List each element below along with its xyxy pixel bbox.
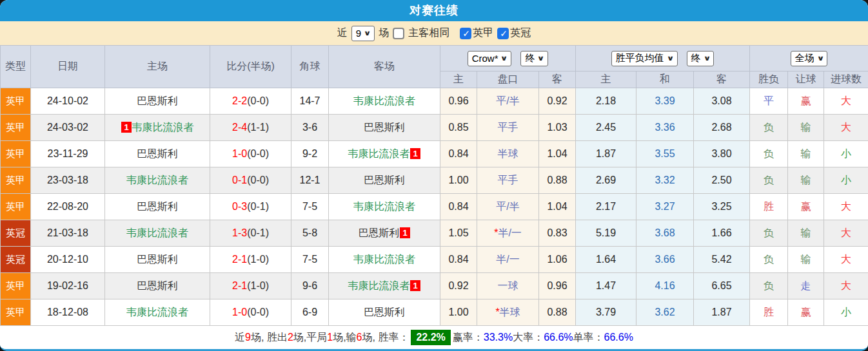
table-row: 英甲 18-12-08 韦康比流浪者 1-0(0-0) 6-9 巴恩斯利 1.0… bbox=[1, 299, 868, 326]
score-cell: 1-0(0-0) bbox=[210, 299, 291, 326]
avg-time-select[interactable]: 终 ∨ bbox=[687, 51, 715, 66]
avg-draw-odds: 3.36 bbox=[636, 115, 694, 141]
away-team: 巴恩斯利1 bbox=[329, 220, 440, 247]
avg-away-odds: 1.87 bbox=[694, 299, 750, 326]
score-cell: 0-1(0-0) bbox=[210, 167, 291, 194]
scope-select[interactable]: 全场 ∨ bbox=[791, 51, 828, 66]
home-team: 1韦康比流浪者 bbox=[105, 115, 210, 141]
odds-home: 1.00 bbox=[440, 167, 477, 194]
away-team: 韦康比流浪者1 bbox=[329, 141, 440, 167]
handicap-text: 平手 bbox=[498, 122, 518, 133]
col-header-type: 类型 bbox=[1, 46, 31, 88]
halftime-score: (0-1) bbox=[247, 201, 269, 212]
summary-text: 近 bbox=[235, 331, 245, 345]
halftime-score: (1-1) bbox=[247, 122, 269, 133]
corners-cell: 9-2 bbox=[291, 141, 329, 167]
recent-count-select[interactable]: 9 ∨ bbox=[351, 26, 375, 41]
chevron-down-icon: ∨ bbox=[364, 29, 371, 37]
away-team: 巴恩斯利 bbox=[329, 299, 440, 326]
avg-source-select[interactable]: 胜平负均值 ∨ bbox=[611, 51, 678, 66]
championship-checkbox[interactable] bbox=[497, 28, 509, 39]
page-title: 对赛往绩 bbox=[0, 0, 868, 21]
home-team-name: 巴恩斯利 bbox=[137, 254, 178, 265]
fulltime-score: 2-2 bbox=[232, 95, 247, 106]
avg-draw-odds: 3.55 bbox=[636, 141, 694, 167]
outcome-result: 胜 bbox=[750, 299, 788, 326]
chevron-down-icon: ∨ bbox=[703, 54, 711, 62]
away-team: 韦康比流浪者1 bbox=[329, 273, 440, 299]
fulltime-score: 0-3 bbox=[232, 201, 247, 212]
goals-result: 大 bbox=[824, 220, 868, 247]
halftime-score: (0-0) bbox=[247, 95, 269, 106]
home-team-name: 巴恩斯利 bbox=[137, 148, 178, 159]
single-rate: 66.6% bbox=[604, 332, 633, 343]
league-badge: 英甲 bbox=[1, 273, 31, 299]
score-cell: 2-4(1-1) bbox=[210, 115, 291, 141]
rank-badge: 1 bbox=[410, 280, 420, 291]
handicap-result: 输 bbox=[788, 220, 824, 247]
outcome-result: 负 bbox=[750, 273, 788, 299]
chevron-down-icon: ∨ bbox=[816, 54, 824, 62]
sub-header-goals-result: 进球数 bbox=[824, 71, 868, 88]
sub-header-odds-away: 客 bbox=[539, 71, 576, 88]
away-team-name: 韦康比流浪者 bbox=[353, 95, 415, 106]
odds-home: 0.96 bbox=[440, 88, 477, 115]
draws-count: 1 bbox=[327, 332, 333, 343]
odds-home: 0.84 bbox=[440, 141, 477, 167]
corners-cell: 7-5 bbox=[291, 194, 329, 220]
avg-draw-odds: 3.27 bbox=[636, 194, 694, 220]
goals-result: 小 bbox=[824, 141, 868, 167]
summary-bar: 近 9 场, 胜出 2 场,平局 1 场,输 6 场, 胜率：22.2% 赢率：… bbox=[0, 326, 868, 349]
total-matches: 9 bbox=[245, 332, 251, 343]
odds-group-header: Crow* ∨ 终 ∨ bbox=[440, 46, 576, 71]
fulltime-score: 2-1 bbox=[232, 254, 247, 265]
home-team-name: 巴恩斯利 bbox=[137, 280, 178, 291]
handicap-win-rate: 33.3% bbox=[484, 332, 513, 343]
corners-cell: 9-6 bbox=[291, 273, 329, 299]
goals-result: 小 bbox=[824, 299, 868, 326]
handicap-text: 平/半 bbox=[496, 95, 519, 106]
league-one-checkbox[interactable] bbox=[460, 28, 471, 39]
odds-source-select[interactable]: Crow* ∨ bbox=[468, 51, 512, 66]
avg-draw-odds: 3.39 bbox=[636, 88, 694, 115]
table-row: 英甲 24-10-02 巴恩斯利 2-2(0-0) 14-7 韦康比流浪者 0.… bbox=[1, 88, 868, 115]
table-row: 英冠 20-12-10 巴恩斯利 2-1(1-0) 7-5 韦康比流浪者 0.8… bbox=[1, 247, 868, 273]
outcome-result: 负 bbox=[750, 167, 788, 194]
odds-home: 1.05 bbox=[440, 220, 477, 247]
home-team: 巴恩斯利 bbox=[105, 194, 210, 220]
score-cell: 2-2(0-0) bbox=[210, 88, 291, 115]
outcome-result: 负 bbox=[750, 141, 788, 167]
wins-count: 2 bbox=[288, 332, 293, 343]
recent-label: 近 bbox=[337, 26, 348, 40]
avg-away-odds: 1.66 bbox=[694, 220, 750, 247]
goals-result: 大 bbox=[824, 115, 868, 141]
handicap-text: 半/一 bbox=[498, 227, 521, 238]
match-date: 20-12-10 bbox=[31, 247, 105, 273]
handicap-line: 平/半 bbox=[477, 88, 539, 115]
avg-away-odds: 3.80 bbox=[694, 141, 750, 167]
corners-cell: 12-1 bbox=[291, 167, 329, 194]
avg-away-odds: 3.25 bbox=[694, 194, 750, 220]
avg-home-odds: 2.17 bbox=[576, 194, 636, 220]
odds-away: 0.92 bbox=[539, 88, 576, 115]
corners-cell: 3-6 bbox=[291, 115, 329, 141]
corners-cell: 5-8 bbox=[291, 220, 329, 247]
match-date: 22-08-20 bbox=[31, 194, 105, 220]
handicap-line: 半球 bbox=[477, 141, 539, 167]
away-team-name: 巴恩斯利 bbox=[358, 227, 399, 238]
odds-away: 0.88 bbox=[539, 167, 576, 194]
table-row: 英冠 21-03-18 韦康比流浪者 1-3(0-1) 5-8 巴恩斯利1 1.… bbox=[1, 220, 868, 247]
odds-home: 0.92 bbox=[440, 273, 477, 299]
rank-badge: 1 bbox=[410, 148, 420, 159]
halftime-score: (0-1) bbox=[247, 227, 269, 238]
goals-result: 大 bbox=[824, 273, 868, 299]
same-venue-checkbox[interactable] bbox=[393, 28, 404, 39]
avg-away-odds: 2.50 bbox=[694, 167, 750, 194]
odds-time-select[interactable]: 终 ∨ bbox=[520, 51, 548, 66]
halftime-score: (0-0) bbox=[247, 307, 269, 318]
score-cell: 0-3(0-1) bbox=[210, 194, 291, 220]
match-date: 23-11-29 bbox=[31, 141, 105, 167]
outcome-result: 负 bbox=[750, 247, 788, 273]
rank-badge: 1 bbox=[400, 227, 409, 238]
filter-bar: 近 9 ∨ 场 主客相同 英甲 英冠 bbox=[0, 21, 868, 45]
